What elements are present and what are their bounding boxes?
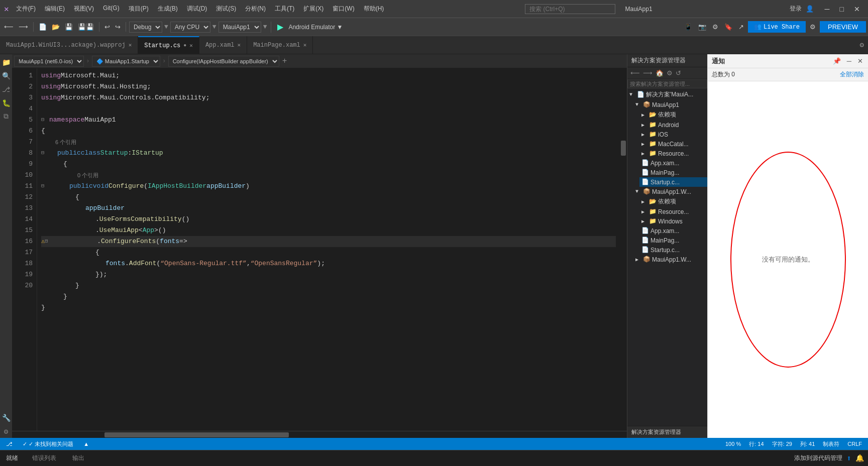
preview-button[interactable]: PREVIEW: [820, 21, 866, 33]
more-tools[interactable]: ⚙: [710, 22, 720, 32]
tree-arrow-resource2[interactable]: ▶: [641, 209, 647, 215]
tree-item-deps2[interactable]: ▶ 📂 依赖项: [639, 196, 707, 207]
sidebar-search-icon[interactable]: 🔍: [1, 70, 12, 82]
run-button[interactable]: ▶: [274, 21, 286, 33]
bookmark-button[interactable]: 🔖: [722, 22, 734, 32]
menu-extensions[interactable]: 扩展(X): [299, 4, 328, 14]
method-nav-select[interactable]: Configure(IAppHostBuilder appBuilder): [168, 56, 279, 67]
crlf-status[interactable]: CRLF: [845, 441, 864, 447]
tree-arrow-mauiapp1[interactable]: ▼: [635, 102, 641, 107]
line-status[interactable]: 行: 14: [747, 440, 766, 448]
horizontal-scrollbar[interactable]: [12, 431, 627, 438]
notif-close-button[interactable]: ✕: [856, 56, 864, 66]
undo-button[interactable]: ↩: [102, 22, 112, 32]
menu-window[interactable]: 窗口(W): [329, 4, 358, 14]
tree-item-android[interactable]: ▶ 📁 Android: [639, 120, 707, 130]
tab-mainpage[interactable]: MainPage.xaml ✕: [247, 36, 313, 54]
tree-arrow-deps[interactable]: ▶: [641, 112, 647, 118]
tree-item-startup[interactable]: 📄 Startup.c...: [639, 177, 707, 187]
project-nav-select[interactable]: MauiApp1 (net6.0-ios): [14, 56, 84, 67]
git-branch-status[interactable]: ⎇: [4, 441, 15, 447]
tree-arrow-deps2[interactable]: ▶: [641, 199, 647, 205]
tree-arrow-solution[interactable]: ▼: [629, 92, 635, 97]
menu-tools[interactable]: 工具(T): [271, 4, 298, 14]
debug-config-select[interactable]: Debug: [129, 22, 162, 33]
back-button[interactable]: ⟵: [2, 22, 16, 32]
tree-item-resource2[interactable]: ▶ 📁 Resource...: [639, 207, 707, 216]
redo-button[interactable]: ↪: [113, 22, 123, 32]
menu-edit[interactable]: 编辑(E): [41, 4, 69, 14]
tree-item-appxaml2[interactable]: 📄 App.xam...: [639, 226, 707, 236]
tree-item-ios[interactable]: ▶ 📁 iOS: [639, 130, 707, 139]
char-status[interactable]: 字符: 29: [770, 440, 794, 448]
collapse-namespace[interactable]: ⊟: [41, 114, 47, 126]
tree-item-mauiapp1w[interactable]: ▼ 📦 MauiApp1.W...: [633, 187, 707, 196]
tree-item-mauiapp1w2[interactable]: ▶ 📦 MauiApp1.W...: [633, 255, 707, 264]
tree-item-startup2[interactable]: 📄 Startup.c...: [639, 245, 707, 255]
tree-arrow-android[interactable]: ▶: [641, 122, 647, 128]
settings-button[interactable]: ⚙: [808, 22, 818, 32]
share-icon[interactable]: ↗: [736, 22, 746, 32]
warning-triangle-icon[interactable]: ▲: [81, 441, 91, 447]
sol-refresh-button[interactable]: ↺: [675, 68, 682, 78]
menu-help[interactable]: 帮助(H): [360, 4, 388, 14]
menu-git[interactable]: Git(G): [99, 4, 124, 14]
sol-back-button[interactable]: ⟵: [629, 68, 641, 78]
collapse-class[interactable]: ⊟: [41, 148, 47, 159]
new-file-button[interactable]: 📄: [37, 22, 49, 32]
tree-arrow-maccatal[interactable]: ▶: [641, 141, 647, 147]
tree-arrow-resource1[interactable]: ▶: [641, 151, 647, 157]
notif-minimize-button[interactable]: ─: [846, 56, 852, 66]
tree-arrow-ios[interactable]: ▶: [641, 132, 647, 138]
screenshot-button[interactable]: 📷: [696, 22, 708, 32]
login-button[interactable]: 登录: [790, 5, 802, 13]
sol-home-button[interactable]: 🏠: [655, 68, 665, 78]
code-editor[interactable]: using Microsoft.Maui; using Microsoft.Ma…: [37, 68, 620, 431]
notif-pin-button[interactable]: 📌: [832, 56, 842, 66]
menu-file[interactable]: 文件(F): [12, 4, 40, 14]
search-input[interactable]: [525, 4, 615, 14]
clear-all-button[interactable]: 全部消除: [840, 70, 864, 79]
tab-wapproj[interactable]: MauiApp1.WinUI3...ackage).wapproj ✕: [0, 36, 138, 54]
menu-build[interactable]: 生成(B): [154, 4, 182, 14]
nav-add-button[interactable]: +: [280, 57, 289, 66]
tree-arrow-mauiapp1w[interactable]: ▼: [635, 189, 641, 194]
tab-status[interactable]: 制表符: [821, 440, 841, 448]
col-status[interactable]: 列: 41: [798, 440, 817, 448]
sidebar-extensions-icon[interactable]: ⧉: [3, 110, 10, 123]
menu-debug[interactable]: 调试(D): [183, 4, 211, 14]
class-nav-select[interactable]: 🔷 MauiApp1.Startup: [92, 56, 160, 67]
menu-analyze[interactable]: 分析(N): [241, 4, 270, 14]
sol-filter-button[interactable]: ⚙: [666, 68, 674, 78]
sidebar-settings-icon[interactable]: ⚙: [3, 425, 9, 438]
menu-project[interactable]: 项目(P): [125, 4, 153, 14]
tree-item-appxaml[interactable]: 📄 App.xam...: [639, 158, 707, 168]
sol-forward-button[interactable]: ⟶: [642, 68, 654, 78]
collapse-method[interactable]: ⊟: [41, 181, 47, 192]
tab-settings-button[interactable]: ⚙: [856, 41, 868, 49]
tree-arrow-windows[interactable]: ▶: [641, 218, 647, 224]
device-icon[interactable]: 📱: [682, 22, 694, 32]
output-tab[interactable]: 输出: [68, 452, 88, 464]
project-select[interactable]: MauiApp1: [219, 22, 261, 33]
forward-button[interactable]: ⟶: [17, 22, 30, 32]
sidebar-debug-icon[interactable]: 🐛: [1, 97, 12, 109]
sidebar-explorer-icon[interactable]: 📁: [1, 56, 12, 69]
tree-item-windows[interactable]: ▶ 📁 Windows: [639, 216, 707, 226]
zoom-level[interactable]: 100 %: [723, 441, 743, 447]
h-scroll-thumb[interactable]: [104, 432, 289, 437]
minimize-button[interactable]: ─: [821, 4, 834, 14]
tree-item-maccatal[interactable]: ▶ 📁 MacCatal...: [639, 139, 707, 149]
live-share-button[interactable]: 👥 Live Share: [748, 21, 806, 33]
source-control-icon[interactable]: ⬆: [846, 453, 851, 463]
menu-view[interactable]: 视图(V): [70, 4, 98, 14]
tab-startup-close[interactable]: ✕: [189, 42, 193, 49]
open-file-button[interactable]: 📂: [50, 22, 62, 32]
tree-item-deps[interactable]: ▶ 📂 依赖项: [639, 109, 707, 120]
tree-item-mauiapp1[interactable]: ▼ 📦 MauiApp1: [633, 100, 707, 109]
solution-search-input[interactable]: [627, 79, 707, 88]
tree-item-mainpage[interactable]: 📄 MainPag...: [639, 168, 707, 177]
sidebar-git-icon[interactable]: ⎇: [1, 83, 11, 96]
collapse-fonts[interactable]: ⊟: [45, 236, 51, 247]
vertical-scrollbar[interactable]: [620, 68, 627, 431]
